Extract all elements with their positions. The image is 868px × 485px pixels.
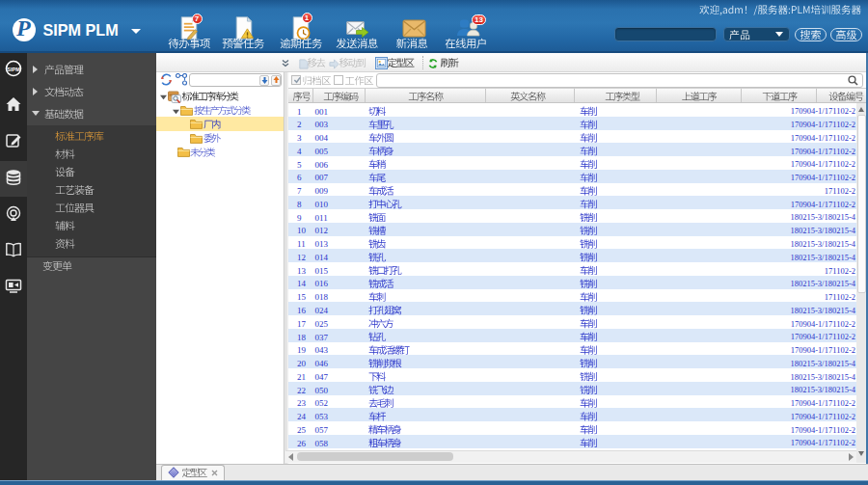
- svg-text:SIPM: SIPM: [7, 67, 20, 72]
